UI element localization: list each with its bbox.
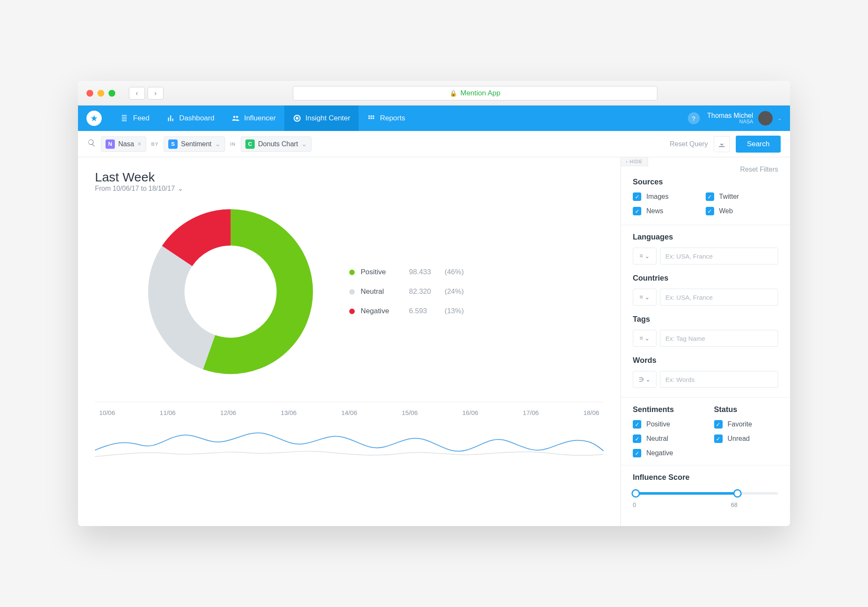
countries-input[interactable]	[660, 289, 778, 306]
checkbox-label: Twitter	[719, 193, 739, 200]
source-item[interactable]: ✓News	[633, 207, 706, 215]
segment-label: Sentiment	[181, 140, 211, 148]
legend-label: Negative	[361, 307, 403, 315]
checkbox-label: Unread	[728, 435, 750, 443]
timeline-tick: 16/06	[462, 409, 479, 416]
influence-slider[interactable]	[633, 488, 778, 500]
words-input[interactable]	[660, 371, 778, 388]
reset-filters-link[interactable]: Reset Filters	[740, 166, 778, 173]
by-label: BY	[151, 142, 159, 147]
influence-min: 0	[633, 501, 636, 508]
close-window-icon[interactable]	[86, 90, 93, 97]
segment-badge: S	[168, 139, 178, 149]
chevron-down-icon: ⌄	[778, 116, 782, 121]
brand-logo[interactable]: ★	[86, 111, 102, 126]
target-icon	[293, 114, 301, 123]
legend-color-icon	[349, 309, 355, 314]
nav-item-dashboard[interactable]: Dashboard	[158, 106, 223, 131]
influence-max: 68	[731, 501, 737, 508]
status-title: Status	[714, 405, 779, 414]
users-icon	[231, 114, 240, 123]
search-button[interactable]: Search	[736, 136, 781, 153]
forward-button[interactable]: ›	[147, 87, 164, 100]
download-button[interactable]	[714, 136, 730, 152]
feed-icon	[120, 114, 129, 123]
source-item[interactable]: ✓Images	[633, 192, 706, 201]
checkbox-label: Web	[719, 207, 733, 215]
checkbox-icon: ✓	[633, 449, 641, 457]
legend-value: 6.593	[409, 307, 439, 315]
countries-op[interactable]: =⌄	[633, 289, 657, 306]
sentiment-item[interactable]: ✓Negative	[633, 449, 697, 457]
timeline-tick: 14/06	[341, 409, 357, 416]
checkbox-icon: ✓	[633, 420, 641, 429]
legend-item[interactable]: Negative6.593(13%)	[349, 307, 464, 315]
nav-item-reports[interactable]: Reports	[359, 106, 414, 131]
user-menu[interactable]: Thomas Michel NASA ⌄	[707, 111, 782, 125]
nav-label: Dashboard	[179, 114, 214, 123]
nav-item-feed[interactable]: Feed	[112, 106, 158, 131]
timeline-tick: 15/06	[402, 409, 418, 416]
chevron-down-icon: ⌄	[645, 376, 651, 383]
checkbox-icon: ✓	[714, 434, 723, 443]
checkbox-label: Negative	[646, 449, 673, 457]
chart-pill[interactable]: C Donuts Chart ⌄	[241, 136, 312, 152]
help-button[interactable]: ?	[688, 112, 700, 124]
legend-label: Neutral	[361, 287, 403, 296]
legend-item[interactable]: Positive98.433(46%)	[349, 268, 464, 276]
legend-value: 98.433	[409, 268, 439, 276]
minimize-window-icon[interactable]	[97, 90, 104, 97]
legend-color-icon	[349, 289, 355, 295]
segment-pill[interactable]: S Sentiment ⌄	[164, 136, 225, 152]
source-item[interactable]: ✓Web	[706, 207, 779, 215]
countries-filter: Countries =⌄	[633, 274, 778, 306]
sources-list: ✓Images✓Twitter✓News✓Web	[633, 192, 778, 215]
chevron-down-icon: ⌄	[645, 253, 650, 259]
sentiment-item[interactable]: ✓Positive	[633, 420, 697, 429]
status-item[interactable]: ✓Unread	[714, 434, 779, 443]
words-filter: Words ∋⌄	[633, 356, 778, 388]
back-button[interactable]: ‹	[129, 87, 145, 100]
filter-panel: › HIDE Reset Filters Sources ✓Images✓Twi…	[620, 157, 790, 526]
maximize-window-icon[interactable]	[108, 90, 115, 97]
grid-icon	[367, 114, 376, 123]
timeline-area: 10/0611/0612/0613/0614/0615/0616/0617/06…	[95, 402, 604, 469]
search-icon[interactable]	[87, 139, 96, 149]
tags-op[interactable]: =⌄	[633, 330, 657, 347]
chevron-down-icon: ⌄	[301, 140, 307, 148]
languages-input[interactable]	[660, 248, 778, 265]
page-title: Last Week	[95, 170, 604, 184]
reset-query-link[interactable]: Reset Query	[670, 140, 708, 148]
hide-panel-button[interactable]: › HIDE	[620, 157, 648, 166]
timeline-tick: 17/06	[523, 409, 539, 416]
donut-chart	[146, 207, 315, 376]
status-list: ✓Favorite✓Unread	[714, 420, 779, 443]
checkbox-icon: ✓	[706, 207, 714, 215]
query-bar: N Nasa × BY S Sentiment ⌄ IN C Donuts Ch…	[78, 131, 790, 157]
slider-max-thumb[interactable]	[733, 489, 742, 498]
slider-min-thumb[interactable]	[632, 489, 640, 498]
nav-item-influencer[interactable]: Influencer	[223, 106, 284, 131]
user-name: Thomas Michel	[707, 112, 753, 120]
sentiments-title: Sentiments	[633, 405, 697, 414]
chart-label: Donuts Chart	[258, 140, 298, 148]
status-item[interactable]: ✓Favorite	[714, 420, 779, 429]
main-panel: Last Week From 10/06/17 to 18/10/17 ⌄ Po…	[78, 157, 620, 526]
nav-label: Influencer	[244, 114, 276, 123]
alert-pill[interactable]: N Nasa ×	[101, 136, 146, 152]
words-op[interactable]: ∋⌄	[633, 371, 657, 388]
legend-color-icon	[349, 270, 355, 275]
close-icon[interactable]: ×	[137, 140, 141, 148]
url-bar[interactable]: 🔒 Mention App	[293, 86, 657, 100]
legend-item[interactable]: Neutral82.320(24%)	[349, 287, 464, 296]
chevron-down-icon: ⌄	[215, 140, 220, 148]
sentiment-item[interactable]: ✓Neutral	[633, 434, 697, 443]
timeline-tick: 11/06	[160, 409, 176, 416]
source-item[interactable]: ✓Twitter	[706, 192, 779, 201]
nav-item-insight-center[interactable]: Insight Center	[284, 106, 359, 131]
languages-op[interactable]: =⌄	[633, 248, 657, 265]
checkbox-label: News	[646, 207, 663, 215]
tags-input[interactable]	[660, 330, 778, 347]
checkbox-label: Images	[646, 193, 668, 200]
date-range[interactable]: From 10/06/17 to 18/10/17 ⌄	[95, 184, 604, 192]
